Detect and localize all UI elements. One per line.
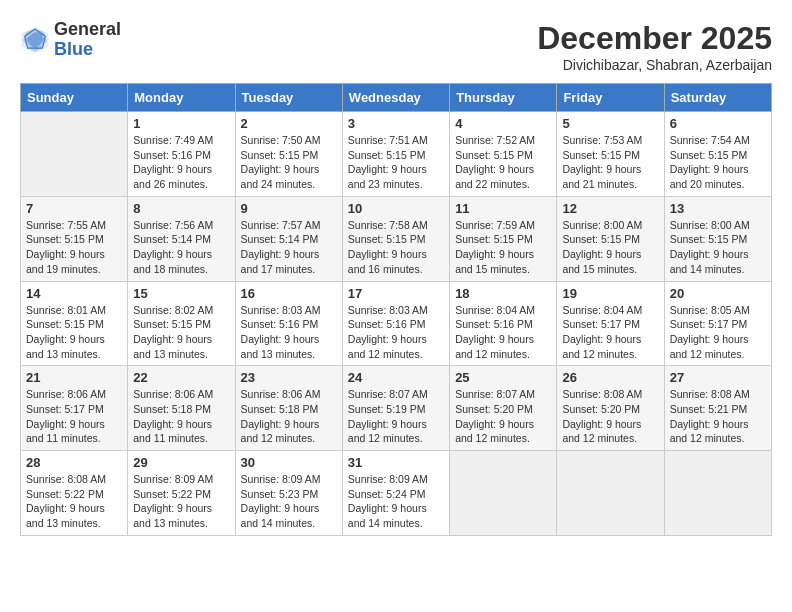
title-area: December 2025 Divichibazar, Shabran, Aze… [537, 20, 772, 73]
day-number: 7 [26, 201, 122, 216]
calendar-cell: 25Sunrise: 8:07 AMSunset: 5:20 PMDayligh… [450, 366, 557, 451]
calendar-cell [557, 451, 664, 536]
location: Divichibazar, Shabran, Azerbaijan [537, 57, 772, 73]
calendar-cell: 27Sunrise: 8:08 AMSunset: 5:21 PMDayligh… [664, 366, 771, 451]
day-number: 2 [241, 116, 337, 131]
day-number: 24 [348, 370, 444, 385]
calendar-cell [21, 112, 128, 197]
day-number: 11 [455, 201, 551, 216]
day-info: Sunrise: 7:56 AMSunset: 5:14 PMDaylight:… [133, 218, 229, 277]
calendar-cell: 9Sunrise: 7:57 AMSunset: 5:14 PMDaylight… [235, 196, 342, 281]
day-number: 14 [26, 286, 122, 301]
day-info: Sunrise: 7:51 AMSunset: 5:15 PMDaylight:… [348, 133, 444, 192]
calendar-cell: 28Sunrise: 8:08 AMSunset: 5:22 PMDayligh… [21, 451, 128, 536]
calendar-cell: 8Sunrise: 7:56 AMSunset: 5:14 PMDaylight… [128, 196, 235, 281]
day-info: Sunrise: 8:03 AMSunset: 5:16 PMDaylight:… [348, 303, 444, 362]
calendar-cell: 29Sunrise: 8:09 AMSunset: 5:22 PMDayligh… [128, 451, 235, 536]
weekday-header: Tuesday [235, 84, 342, 112]
day-info: Sunrise: 7:54 AMSunset: 5:15 PMDaylight:… [670, 133, 766, 192]
day-info: Sunrise: 8:09 AMSunset: 5:23 PMDaylight:… [241, 472, 337, 531]
calendar-table: SundayMondayTuesdayWednesdayThursdayFrid… [20, 83, 772, 536]
day-info: Sunrise: 8:08 AMSunset: 5:20 PMDaylight:… [562, 387, 658, 446]
day-info: Sunrise: 7:59 AMSunset: 5:15 PMDaylight:… [455, 218, 551, 277]
day-number: 21 [26, 370, 122, 385]
calendar-cell: 26Sunrise: 8:08 AMSunset: 5:20 PMDayligh… [557, 366, 664, 451]
calendar-cell: 14Sunrise: 8:01 AMSunset: 5:15 PMDayligh… [21, 281, 128, 366]
day-info: Sunrise: 8:00 AMSunset: 5:15 PMDaylight:… [562, 218, 658, 277]
day-number: 4 [455, 116, 551, 131]
day-info: Sunrise: 7:52 AMSunset: 5:15 PMDaylight:… [455, 133, 551, 192]
day-number: 6 [670, 116, 766, 131]
day-number: 15 [133, 286, 229, 301]
day-number: 10 [348, 201, 444, 216]
day-info: Sunrise: 8:08 AMSunset: 5:22 PMDaylight:… [26, 472, 122, 531]
header-row: SundayMondayTuesdayWednesdayThursdayFrid… [21, 84, 772, 112]
logo-general-text: General [54, 20, 121, 40]
day-number: 27 [670, 370, 766, 385]
day-number: 30 [241, 455, 337, 470]
day-number: 12 [562, 201, 658, 216]
calendar-cell: 11Sunrise: 7:59 AMSunset: 5:15 PMDayligh… [450, 196, 557, 281]
calendar-week-row: 14Sunrise: 8:01 AMSunset: 5:15 PMDayligh… [21, 281, 772, 366]
weekday-header: Monday [128, 84, 235, 112]
day-info: Sunrise: 8:07 AMSunset: 5:19 PMDaylight:… [348, 387, 444, 446]
calendar-cell: 20Sunrise: 8:05 AMSunset: 5:17 PMDayligh… [664, 281, 771, 366]
weekday-header: Thursday [450, 84, 557, 112]
calendar-cell: 4Sunrise: 7:52 AMSunset: 5:15 PMDaylight… [450, 112, 557, 197]
calendar-cell: 23Sunrise: 8:06 AMSunset: 5:18 PMDayligh… [235, 366, 342, 451]
month-title: December 2025 [537, 20, 772, 57]
calendar-cell: 16Sunrise: 8:03 AMSunset: 5:16 PMDayligh… [235, 281, 342, 366]
calendar-cell: 5Sunrise: 7:53 AMSunset: 5:15 PMDaylight… [557, 112, 664, 197]
calendar-cell: 12Sunrise: 8:00 AMSunset: 5:15 PMDayligh… [557, 196, 664, 281]
day-info: Sunrise: 8:01 AMSunset: 5:15 PMDaylight:… [26, 303, 122, 362]
day-info: Sunrise: 8:02 AMSunset: 5:15 PMDaylight:… [133, 303, 229, 362]
day-number: 17 [348, 286, 444, 301]
weekday-header: Friday [557, 84, 664, 112]
calendar-cell: 10Sunrise: 7:58 AMSunset: 5:15 PMDayligh… [342, 196, 449, 281]
day-number: 20 [670, 286, 766, 301]
day-info: Sunrise: 8:06 AMSunset: 5:18 PMDaylight:… [133, 387, 229, 446]
day-info: Sunrise: 7:58 AMSunset: 5:15 PMDaylight:… [348, 218, 444, 277]
day-info: Sunrise: 7:50 AMSunset: 5:15 PMDaylight:… [241, 133, 337, 192]
calendar-cell: 31Sunrise: 8:09 AMSunset: 5:24 PMDayligh… [342, 451, 449, 536]
calendar-cell: 18Sunrise: 8:04 AMSunset: 5:16 PMDayligh… [450, 281, 557, 366]
calendar-cell: 15Sunrise: 8:02 AMSunset: 5:15 PMDayligh… [128, 281, 235, 366]
calendar-cell: 21Sunrise: 8:06 AMSunset: 5:17 PMDayligh… [21, 366, 128, 451]
day-info: Sunrise: 8:08 AMSunset: 5:21 PMDaylight:… [670, 387, 766, 446]
calendar-week-row: 28Sunrise: 8:08 AMSunset: 5:22 PMDayligh… [21, 451, 772, 536]
calendar-cell: 24Sunrise: 8:07 AMSunset: 5:19 PMDayligh… [342, 366, 449, 451]
weekday-header: Saturday [664, 84, 771, 112]
day-info: Sunrise: 8:03 AMSunset: 5:16 PMDaylight:… [241, 303, 337, 362]
calendar-cell: 30Sunrise: 8:09 AMSunset: 5:23 PMDayligh… [235, 451, 342, 536]
day-number: 18 [455, 286, 551, 301]
day-number: 28 [26, 455, 122, 470]
calendar-cell [450, 451, 557, 536]
weekday-header: Wednesday [342, 84, 449, 112]
calendar-week-row: 7Sunrise: 7:55 AMSunset: 5:15 PMDaylight… [21, 196, 772, 281]
calendar-cell: 17Sunrise: 8:03 AMSunset: 5:16 PMDayligh… [342, 281, 449, 366]
page-header: General Blue December 2025 Divichibazar,… [20, 20, 772, 73]
day-info: Sunrise: 8:09 AMSunset: 5:22 PMDaylight:… [133, 472, 229, 531]
day-number: 26 [562, 370, 658, 385]
day-info: Sunrise: 7:49 AMSunset: 5:16 PMDaylight:… [133, 133, 229, 192]
day-number: 22 [133, 370, 229, 385]
calendar-cell: 6Sunrise: 7:54 AMSunset: 5:15 PMDaylight… [664, 112, 771, 197]
logo: General Blue [20, 20, 121, 60]
day-number: 13 [670, 201, 766, 216]
day-number: 23 [241, 370, 337, 385]
calendar-week-row: 1Sunrise: 7:49 AMSunset: 5:16 PMDaylight… [21, 112, 772, 197]
day-info: Sunrise: 8:04 AMSunset: 5:17 PMDaylight:… [562, 303, 658, 362]
day-info: Sunrise: 8:09 AMSunset: 5:24 PMDaylight:… [348, 472, 444, 531]
calendar-cell [664, 451, 771, 536]
day-info: Sunrise: 8:06 AMSunset: 5:18 PMDaylight:… [241, 387, 337, 446]
day-number: 1 [133, 116, 229, 131]
day-number: 25 [455, 370, 551, 385]
calendar-cell: 22Sunrise: 8:06 AMSunset: 5:18 PMDayligh… [128, 366, 235, 451]
calendar-cell: 3Sunrise: 7:51 AMSunset: 5:15 PMDaylight… [342, 112, 449, 197]
day-number: 16 [241, 286, 337, 301]
day-info: Sunrise: 7:53 AMSunset: 5:15 PMDaylight:… [562, 133, 658, 192]
day-info: Sunrise: 7:55 AMSunset: 5:15 PMDaylight:… [26, 218, 122, 277]
calendar-cell: 2Sunrise: 7:50 AMSunset: 5:15 PMDaylight… [235, 112, 342, 197]
day-number: 29 [133, 455, 229, 470]
logo-blue-text: Blue [54, 40, 121, 60]
